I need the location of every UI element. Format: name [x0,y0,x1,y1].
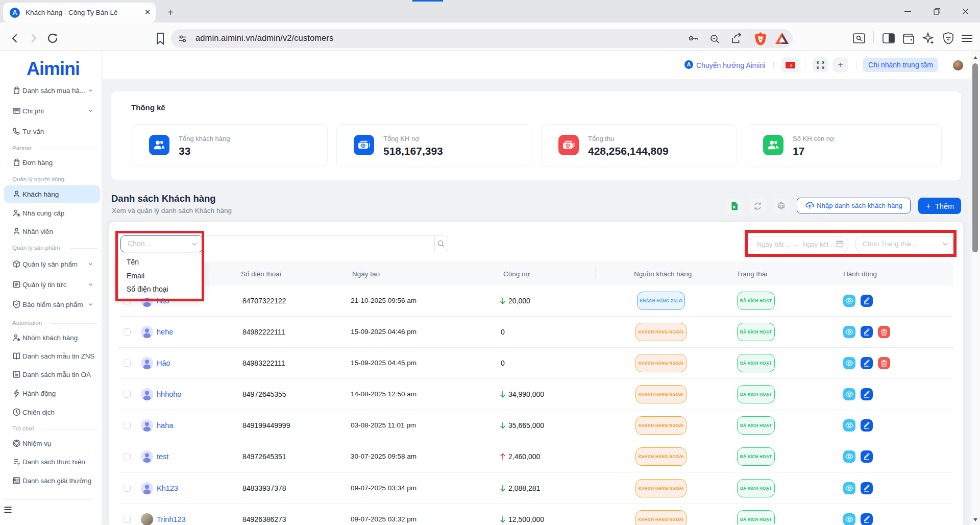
svg-text:$: $ [567,144,569,147]
svg-text:$: $ [362,144,364,147]
